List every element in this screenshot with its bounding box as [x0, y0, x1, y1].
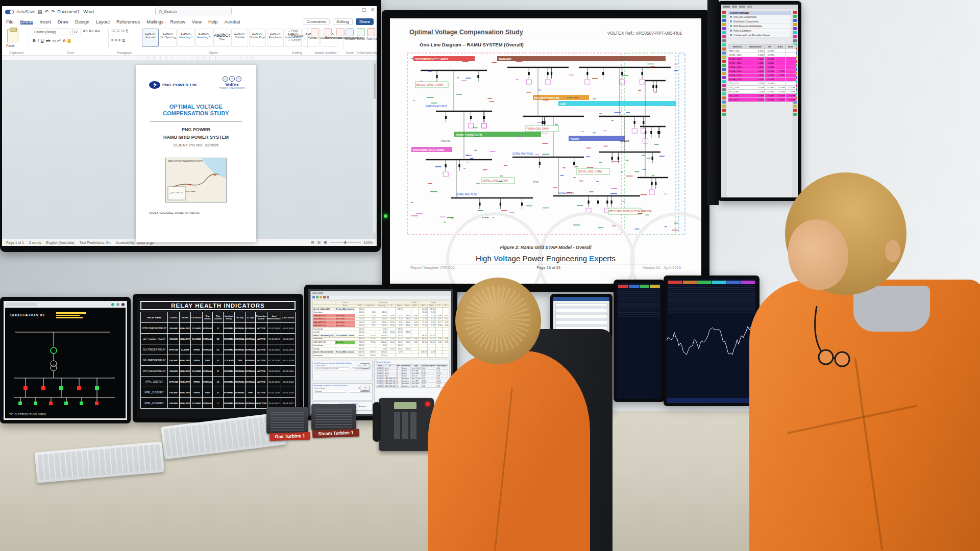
ed-on-demand-button[interactable]: On Demand	[360, 386, 370, 392]
phone-handset[interactable]	[373, 402, 381, 442]
read-mode-icon[interactable]: ▤	[311, 240, 314, 244]
minimize-button[interactable]: —	[353, 7, 357, 12]
etap-tool-icon[interactable]	[793, 11, 797, 14]
etap-tool-icon[interactable]	[722, 101, 726, 104]
etap-tree-item[interactable]: Rules & Libraries	[728, 29, 791, 33]
style-heading-1[interactable]: AaBbCcHeading 1	[178, 29, 194, 47]
paste-label[interactable]: Paste	[6, 43, 15, 48]
etap-tool-icon[interactable]	[722, 47, 726, 51]
distribution-view-link[interactable]: TO DISTRIBUTION VIEW	[9, 413, 46, 416]
paragraph-list-buttons[interactable]: ⁝≡ ⁝≡ ⁝≡ ¶	[111, 29, 128, 33]
etap-tool-icon[interactable]	[722, 52, 726, 55]
editing-select[interactable]: ⌕ Select	[288, 38, 303, 42]
print-layout-icon[interactable]: ▥	[317, 240, 321, 244]
etap-tool-icon[interactable]	[722, 15, 726, 18]
menu-tab-mailings[interactable]: Mailings	[146, 19, 163, 24]
menu-tab-home[interactable]: Home	[20, 19, 33, 24]
language-indicator[interactable]: English (Australia)	[46, 241, 75, 244]
editing-find[interactable]: ⌕ Find	[288, 29, 303, 33]
etap-tool-icon[interactable]	[722, 105, 726, 108]
menu-tab-acrobat[interactable]: Acrobat	[225, 19, 240, 24]
style-normal[interactable]: AaBbCcNormal	[142, 29, 159, 47]
addins-icon[interactable]	[367, 28, 375, 36]
desk-phone[interactable]	[379, 398, 434, 451]
etap-tool-icon[interactable]	[793, 15, 797, 18]
save-icon[interactable]: ▤	[38, 9, 42, 14]
style-heading-2[interactable]: AaBbCcHeading 2	[195, 29, 212, 47]
window-dot-icon[interactable]	[111, 303, 114, 306]
web-layout-icon[interactable]: ▦	[324, 240, 327, 244]
style-subtitle[interactable]: AaBbCcSubtitle	[231, 29, 248, 47]
request-signatures-button[interactable]: Request Signatures	[335, 28, 346, 39]
etap-tool-icon[interactable]	[722, 56, 726, 59]
etap-tool-icon[interactable]	[793, 19, 797, 22]
menu-tab-layout[interactable]: Layout	[96, 19, 110, 24]
dictate-label[interactable]: Dictate	[345, 36, 354, 41]
menu-tab-review[interactable]: Review	[170, 19, 185, 24]
agc-toolbar[interactable]	[311, 295, 451, 299]
menu-tab-view[interactable]: View	[192, 19, 202, 24]
undo-icon[interactable]: ↶	[44, 9, 48, 14]
zoom-level[interactable]: 100%	[364, 241, 373, 244]
etap-tool-icon[interactable]	[722, 19, 726, 22]
lfc-on-demand-button[interactable]: On Demand	[360, 363, 370, 369]
etap-toolbar-left[interactable]	[721, 10, 727, 197]
etap-tool-icon[interactable]	[722, 27, 726, 30]
comments-button[interactable]: Comments	[303, 18, 330, 25]
addins-label[interactable]: Add-ins	[366, 36, 376, 41]
etap-tool-icon[interactable]	[722, 35, 726, 38]
etap-tool-icon[interactable]	[722, 72, 726, 75]
etap-tool-icon[interactable]	[793, 109, 797, 112]
create-pdf-and-share-via-outlook-button[interactable]: Create PDF and Share via Outlook	[322, 28, 333, 39]
etap-tool-icon[interactable]	[793, 39, 797, 42]
etap-tool-icon[interactable]	[722, 80, 726, 83]
share-button[interactable]: Share	[356, 18, 374, 25]
paragraph-align-buttons[interactable]: ≡ ≡ ≡ ≣	[111, 38, 125, 43]
font-size-select[interactable]: 12	[72, 29, 81, 35]
menu-tab-file[interactable]: File	[6, 19, 14, 24]
menu-tab-help[interactable]: Help	[208, 19, 218, 24]
phone-keypad[interactable]	[394, 412, 419, 439]
autosave-toggle[interactable]	[5, 10, 14, 14]
etap-tool-icon[interactable]	[793, 27, 797, 30]
window-dot-icon[interactable]	[116, 303, 119, 306]
etap-tool-icon[interactable]	[722, 92, 726, 95]
etap-tool-icon[interactable]	[722, 64, 726, 67]
create-pdf-and-share-link-button[interactable]: Create PDF and Share link	[309, 28, 321, 39]
font-format-buttons[interactable]: BIUab x₂ x² A▆	[33, 38, 71, 43]
etap-tool-icon[interactable]	[722, 68, 726, 71]
editing-mode-button[interactable]: Editing	[333, 18, 352, 25]
radio-unit-steam[interactable]	[311, 404, 356, 431]
style-subtle-emphasis[interactable]: AaBbCcSubtle Emphasis	[249, 29, 266, 47]
etap-tool-icon[interactable]	[722, 113, 726, 116]
style-title[interactable]: AaBbCcTitle	[213, 29, 230, 47]
editor-label[interactable]: Editor	[356, 36, 365, 41]
etap-tree-item[interactable]: One-Line Components	[728, 15, 791, 19]
etap-tool-icon[interactable]	[722, 60, 726, 63]
style-emphasis[interactable]: AaBbCcEmphasis	[267, 29, 284, 47]
editing-replace[interactable]: ⌕ Replace	[288, 33, 303, 38]
etap-tool-icon[interactable]	[793, 105, 797, 108]
word-count[interactable]: 2 words	[29, 241, 41, 244]
etap-tool-icon[interactable]	[793, 23, 797, 26]
page-indicator[interactable]: Page 1 of 1	[6, 241, 24, 244]
dictate-icon[interactable]	[346, 28, 354, 36]
window-dot-icon[interactable]	[121, 303, 125, 306]
etap-tool-icon[interactable]	[722, 88, 726, 91]
menu-tab-draw[interactable]: Draw	[58, 19, 68, 24]
font-name-select[interactable]: Calibri (Body)	[33, 29, 70, 35]
search-input[interactable]: Search	[155, 8, 232, 15]
radio-automatic[interactable]: Automatic	[359, 406, 366, 408]
etap-tool-icon[interactable]	[793, 35, 797, 38]
restore-button[interactable]: ▢	[362, 7, 366, 12]
paste-icon[interactable]	[7, 29, 18, 42]
menu-tab-references[interactable]: References	[116, 19, 140, 24]
font-grow-shrink[interactable]: A˄ A˅ Aa	[83, 29, 100, 33]
menu-tab-design[interactable]: Design	[75, 19, 89, 24]
etap-tool-icon[interactable]	[722, 109, 726, 112]
style-no-spacing[interactable]: AaBbCcNo Spacing	[160, 29, 177, 47]
etap-tree-item[interactable]: Multi-Dimensional Database	[728, 24, 791, 29]
etap-tool-icon[interactable]	[722, 23, 726, 26]
etap-tool-icon[interactable]	[722, 96, 726, 99]
etap-tool-icon[interactable]	[722, 31, 726, 34]
